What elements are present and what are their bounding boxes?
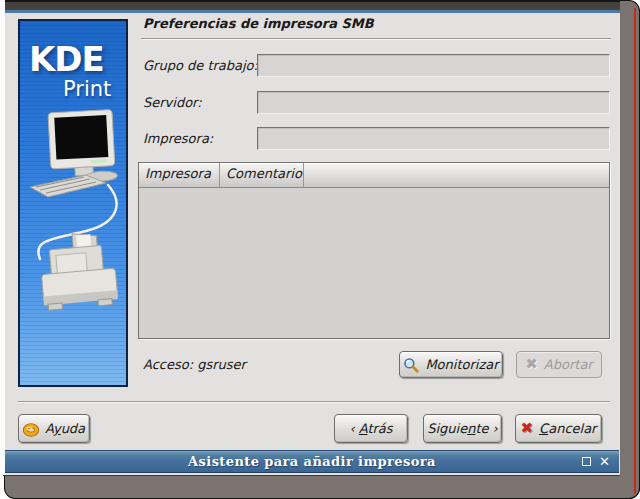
window-shadow-bottom <box>4 475 640 499</box>
dialog-surface: KDE Print Preferencias de impresora SMB … <box>3 0 620 476</box>
cancel-button[interactable]: ✖ Cancelar <box>515 414 602 443</box>
server-label: Servidor: <box>143 95 202 110</box>
workgroup-input[interactable] <box>257 54 610 77</box>
title-separator <box>141 38 611 40</box>
frame-accent-line <box>3 10 620 13</box>
printer-list[interactable]: Impresora Comentario <box>138 162 610 339</box>
column-header-filler <box>304 163 609 188</box>
monitor-button-label: Monitorizar <box>425 357 498 372</box>
kdeprint-sidebar-art: KDE Print <box>18 19 128 387</box>
abort-x-icon: ✖ <box>525 357 538 372</box>
footer-separator <box>18 401 610 403</box>
printer-label: Impresora: <box>143 131 213 146</box>
red-edge-accent <box>634 8 636 493</box>
next-button[interactable]: Siguiente › <box>423 414 502 443</box>
titlebar-buttons: ✕ <box>582 451 610 472</box>
close-icon[interactable]: ✕ <box>599 455 610 468</box>
printer-list-header: Impresora Comentario <box>139 163 609 188</box>
frame-top-band <box>3 2 620 10</box>
abort-button[interactable]: ✖ Abortar <box>516 351 602 378</box>
server-input[interactable] <box>257 91 610 114</box>
workgroup-label: Grupo de trabajo: <box>143 58 258 73</box>
kde-logo-text: KDE <box>29 39 104 79</box>
frame-left-highlight <box>3 0 5 475</box>
abort-button-label: Abortar <box>544 357 593 372</box>
help-button-label: Ayuda <box>45 421 85 436</box>
maximize-icon[interactable] <box>582 457 591 466</box>
help-lifebuoy-icon <box>23 421 39 437</box>
help-button[interactable]: Ayuda <box>18 414 90 443</box>
cancel-button-label: Cancelar <box>539 421 596 436</box>
column-header-impresora[interactable]: Impresora <box>139 163 220 188</box>
column-header-comentario[interactable]: Comentario <box>220 163 304 188</box>
window-shadow-right <box>619 0 640 499</box>
back-button-label: ‹ Atrás <box>349 421 392 436</box>
cancel-x-icon: ✖ <box>521 421 534 436</box>
print-logo-text: Print <box>63 77 111 101</box>
access-user-label: Acceso: gsruser <box>143 357 246 372</box>
magnifier-icon <box>403 357 419 373</box>
printer-input[interactable] <box>257 127 610 150</box>
monitor-button[interactable]: Monitorizar <box>399 351 503 378</box>
page-title: Preferencias de impresora SMB <box>143 16 374 31</box>
back-button[interactable]: ‹ Atrás <box>334 414 408 443</box>
window-title: Asistente para añadir impresora <box>188 454 436 469</box>
window-titlebar[interactable]: Asistente para añadir impresora ✕ <box>5 450 619 473</box>
add-printer-wizard-window: KDE Print Preferencias de impresora SMB … <box>0 0 640 499</box>
next-button-label: Siguiente › <box>427 421 498 436</box>
